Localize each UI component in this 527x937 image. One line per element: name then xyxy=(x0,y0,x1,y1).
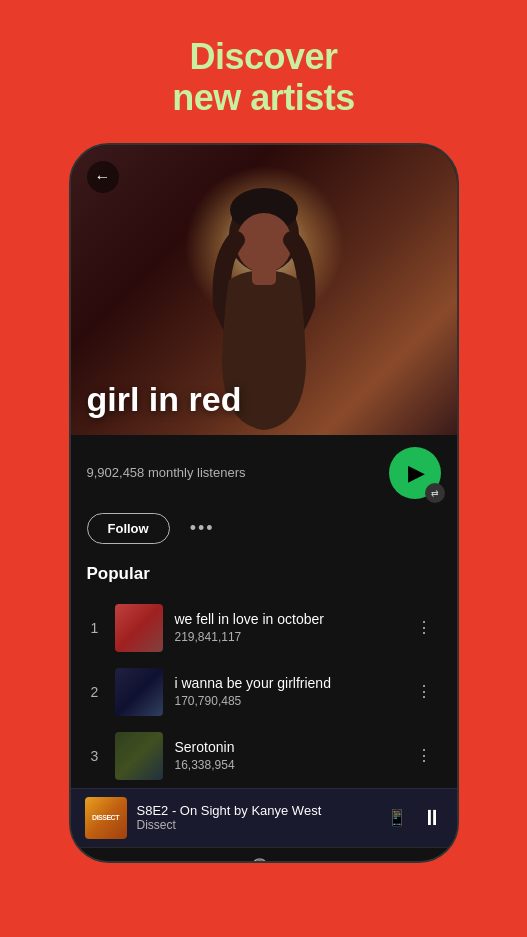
nav-item-library[interactable]: ⫶ Your Library xyxy=(352,858,432,863)
content-area: 9,902,458 monthly listeners ▶ ⇄ Follow •… xyxy=(71,435,457,788)
headline-line1: Discover xyxy=(189,36,337,77)
track-row-1[interactable]: 1 we fell in love in october 219,841,117… xyxy=(87,596,441,660)
shuffle-icon: ⇄ xyxy=(425,483,445,503)
library-icon: ⫶ xyxy=(387,858,398,863)
mini-player-controls: 📱 ⏸ xyxy=(387,805,443,831)
track-plays-1: 219,841,117 xyxy=(175,630,396,644)
track-plays-2: 170,790,485 xyxy=(175,694,396,708)
stats-row: 9,902,458 monthly listeners ▶ ⇄ xyxy=(87,435,441,507)
track-thumb-2 xyxy=(115,668,163,716)
artist-hero: ← girl in red xyxy=(71,145,457,435)
home-icon: ⌂ xyxy=(128,858,141,863)
monthly-listeners: 9,902,458 monthly listeners xyxy=(87,465,246,480)
action-row: Follow ••• xyxy=(87,507,441,556)
play-icon: ▶ xyxy=(408,460,425,486)
play-button[interactable]: ▶ ⇄ xyxy=(389,447,441,499)
bottom-nav: ⌂ Home 🔍 Search ⫶ Your Library xyxy=(71,847,457,863)
track-number-1: 1 xyxy=(87,620,103,636)
svg-rect-4 xyxy=(252,265,276,285)
back-arrow-icon: ← xyxy=(95,169,111,185)
mini-player[interactable]: DISSECT S8E2 - On Sight by Kanye West Di… xyxy=(71,788,457,847)
mini-player-info: S8E2 - On Sight by Kanye West Dissect xyxy=(137,803,377,832)
track-title-2: i wanna be your girlfriend xyxy=(175,675,396,691)
headline-line2: new artists xyxy=(172,77,355,118)
nav-item-search[interactable]: 🔍 Search xyxy=(223,858,303,863)
back-button[interactable]: ← xyxy=(87,161,119,193)
track-title-1: we fell in love in october xyxy=(175,611,396,627)
mini-player-title: S8E2 - On Sight by Kanye West xyxy=(137,803,377,818)
track-info-1: we fell in love in october 219,841,117 xyxy=(175,611,396,644)
popular-title: Popular xyxy=(87,564,441,584)
popular-section: Popular 1 we fell in love in october 219… xyxy=(87,556,441,788)
more-button[interactable]: ••• xyxy=(186,518,219,539)
track-row-3[interactable]: 3 Serotonin 16,338,954 ⋮ xyxy=(87,724,441,788)
headline: Discover new artists xyxy=(152,0,375,143)
nav-item-home[interactable]: ⌂ Home xyxy=(95,858,175,863)
track-thumb-1 xyxy=(115,604,163,652)
mini-player-artist: Dissect xyxy=(137,818,377,832)
track-plays-3: 16,338,954 xyxy=(175,758,396,772)
follow-button[interactable]: Follow xyxy=(87,513,170,544)
track-title-3: Serotonin xyxy=(175,739,396,755)
track-thumb-3 xyxy=(115,732,163,780)
track-row-2[interactable]: 2 i wanna be your girlfriend 170,790,485… xyxy=(87,660,441,724)
artist-name: girl in red xyxy=(87,380,242,419)
device-icon[interactable]: 📱 xyxy=(387,808,407,827)
track-more-3[interactable]: ⋮ xyxy=(408,742,441,769)
track-more-2[interactable]: ⋮ xyxy=(408,678,441,705)
mini-album-art: DISSECT xyxy=(85,797,127,839)
track-info-3: Serotonin 16,338,954 xyxy=(175,739,396,772)
track-number-2: 2 xyxy=(87,684,103,700)
phone-frame: ← girl in red 9,902,458 monthly listener… xyxy=(69,143,459,863)
track-more-1[interactable]: ⋮ xyxy=(408,614,441,641)
search-icon: 🔍 xyxy=(250,858,277,863)
track-info-2: i wanna be your girlfriend 170,790,485 xyxy=(175,675,396,708)
track-number-3: 3 xyxy=(87,748,103,764)
pause-button[interactable]: ⏸ xyxy=(421,805,443,831)
